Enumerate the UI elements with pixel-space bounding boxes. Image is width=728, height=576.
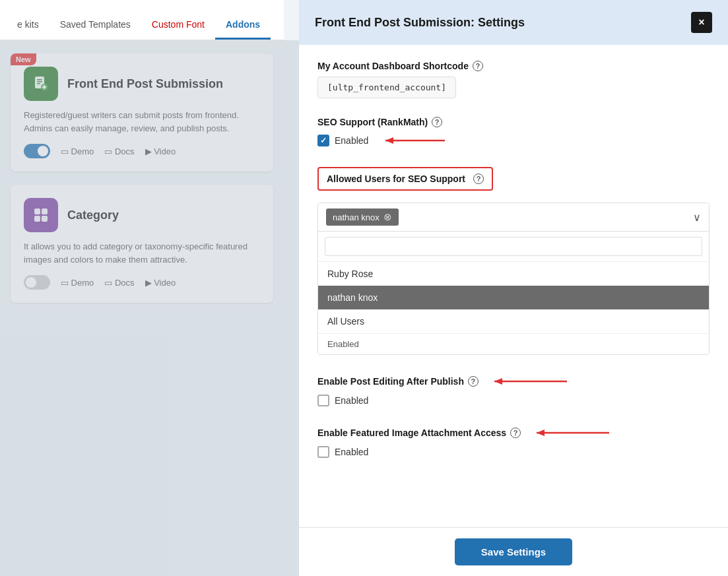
user-tag-nathan[interactable]: nathan knox ⊗	[326, 208, 399, 226]
svg-rect-7	[34, 208, 40, 214]
toggle-front-end[interactable]	[24, 144, 50, 158]
help-icon-shortcode[interactable]: ?	[473, 61, 483, 71]
modal-body: My Account Dashboard Shortcode ? [ultp_f…	[299, 45, 728, 527]
card-actions-category: ▭ Demo ▭ Docs ▶ Video	[24, 275, 260, 290]
section-allowed-users: Allowed Users for SEO Support ? nathan k…	[317, 167, 710, 355]
card-desc-category: It allows you to add category or taxonom…	[24, 240, 260, 266]
shortcode-value: [ultp_frontend_account]	[317, 77, 456, 98]
plugin-card-front-end-post: New Front End Post Submission Registered…	[11, 53, 273, 172]
modal-header: Front End Post Submission: Settings ×	[299, 0, 728, 45]
demo-link-category[interactable]: ▭ Demo	[61, 278, 94, 288]
user-tag-remove[interactable]: ⊗	[383, 211, 392, 223]
dropdown-item-nathan[interactable]: nathan knox	[318, 286, 709, 309]
cards-area: New Front End Post Submission Registered…	[0, 40, 284, 576]
modal-title: Front End Post Submission: Settings	[315, 16, 525, 30]
help-icon-users[interactable]: ?	[473, 174, 484, 184]
svg-marker-12	[385, 137, 393, 144]
svg-rect-1	[37, 79, 42, 80]
help-icon-post-editing[interactable]: ?	[468, 376, 479, 387]
tab-addons[interactable]: Addons	[215, 11, 271, 40]
red-arrow-featured-image	[530, 425, 616, 441]
checkbox-seo-enabled[interactable]: ✓	[317, 135, 329, 146]
svg-rect-8	[42, 208, 48, 214]
help-icon-featured-image[interactable]: ?	[510, 428, 521, 438]
plugin-card-category: Category It allows you to add category o…	[11, 185, 273, 303]
docs-link-category[interactable]: ▭ Docs	[104, 278, 134, 288]
checkmark-seo: ✓	[320, 136, 327, 145]
label-allowed-users: Allowed Users for SEO Support ?	[327, 174, 484, 184]
tab-saved-templates[interactable]: Saved Templates	[50, 11, 141, 40]
svg-marker-16	[537, 430, 545, 436]
card-actions-front-end: ▭ Demo ▭ Docs ▶ Video	[24, 144, 260, 158]
svg-rect-2	[37, 81, 42, 82]
chevron-down-icon[interactable]: ∨	[693, 211, 701, 224]
checkbox-row-post-editing: Enabled	[317, 395, 710, 406]
video-link-front-end[interactable]: ▶ Video	[145, 146, 176, 156]
dropdown-search	[318, 232, 709, 262]
tab-kits[interactable]: e kits	[7, 11, 50, 40]
svg-rect-9	[34, 216, 40, 222]
label-post-editing: Enable Post Editing After Publish ?	[317, 373, 710, 389]
svg-rect-10	[42, 216, 48, 222]
toggle-category[interactable]	[24, 275, 50, 290]
card-title-front-end: Front End Post Submission	[67, 77, 223, 91]
label-featured-image: Enable Featured Image Attachment Access …	[317, 425, 710, 441]
card-title-category: Category	[67, 208, 119, 222]
red-arrow-seo	[379, 133, 458, 148]
tab-custom-font[interactable]: Custom Font	[141, 11, 215, 40]
new-badge: New	[11, 53, 36, 65]
user-tag-name: nathan knox	[333, 212, 380, 222]
section-account-shortcode: My Account Dashboard Shortcode ? [ultp_f…	[317, 61, 710, 98]
dropdown-item-partial: Enabled	[318, 333, 709, 354]
section-seo-support: SEO Support (RankMath) ? ✓ Enabled	[317, 117, 710, 148]
modal-close-button[interactable]: ×	[691, 12, 712, 33]
video-link-category[interactable]: ▶ Video	[145, 278, 176, 288]
help-icon-seo[interactable]: ?	[432, 117, 442, 127]
demo-link-front-end[interactable]: ▭ Demo	[61, 146, 94, 156]
svg-rect-3	[37, 83, 40, 84]
selected-users-area: nathan knox ⊗	[326, 208, 399, 226]
checkbox-row-featured-image: Enabled	[317, 446, 710, 458]
label-seo-support: SEO Support (RankMath) ?	[317, 117, 710, 127]
section-featured-image: Enable Featured Image Attachment Access …	[317, 425, 710, 458]
card-desc-front-end: Registered/guest writers can submit post…	[24, 109, 260, 135]
red-arrow-post-editing	[488, 373, 574, 389]
section-post-editing: Enable Post Editing After Publish ? Enab…	[317, 373, 710, 406]
dropdown-list: Ruby Rose nathan knox All Users Enabled	[318, 232, 709, 354]
plugin-icon-category	[24, 198, 58, 232]
users-selected-row[interactable]: nathan knox ⊗ ∨	[318, 203, 709, 232]
checkbox-row-seo: ✓ Enabled	[317, 133, 710, 148]
save-settings-button[interactable]: Save Settings	[455, 538, 572, 565]
docs-link-front-end[interactable]: ▭ Docs	[104, 146, 134, 156]
dropdown-item-all-users[interactable]: All Users	[318, 309, 709, 333]
card-header: Front End Post Submission	[24, 67, 260, 101]
checkbox-featured-image[interactable]	[317, 446, 329, 458]
card-header-category: Category	[24, 198, 260, 232]
checkbox-post-editing[interactable]	[317, 395, 329, 406]
checkbox-label-featured-image: Enabled	[335, 447, 368, 457]
top-nav: e kits Saved Templates Custom Font Addon…	[0, 0, 284, 40]
dropdown-search-input[interactable]	[325, 237, 702, 256]
svg-rect-6	[42, 86, 46, 88]
plugin-icon-front-end	[24, 67, 58, 101]
checkbox-label-post-editing: Enabled	[335, 395, 368, 406]
svg-marker-14	[494, 378, 502, 385]
checkbox-label-seo: Enabled	[335, 135, 368, 146]
modal-footer: Save Settings	[299, 527, 728, 576]
dropdown-item-ruby[interactable]: Ruby Rose	[318, 262, 709, 286]
label-account-shortcode: My Account Dashboard Shortcode ?	[317, 61, 710, 71]
modal-panel: Front End Post Submission: Settings × My…	[299, 0, 728, 576]
users-dropdown[interactable]: nathan knox ⊗ ∨ Ruby Rose nathan knox Al…	[317, 203, 710, 355]
